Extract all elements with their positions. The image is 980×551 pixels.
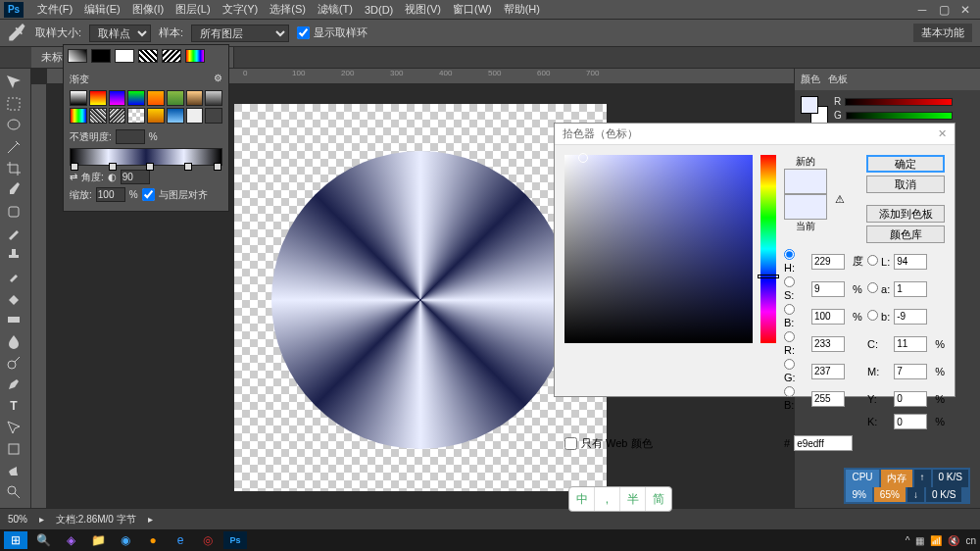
path-tool[interactable]: [2, 418, 25, 437]
tab-color[interactable]: 颜色: [801, 73, 820, 86]
s-input[interactable]: [811, 281, 845, 297]
m-input[interactable]: [894, 364, 927, 379]
visual-studio-icon[interactable]: ◈: [59, 531, 82, 549]
foreground-color-swatch[interactable]: [801, 96, 818, 114]
move-tool[interactable]: [2, 73, 25, 92]
gradient-preset[interactable]: [127, 90, 145, 106]
gradient-preset[interactable]: [89, 90, 107, 106]
b-input[interactable]: [811, 309, 845, 325]
angle-input[interactable]: [121, 170, 150, 184]
dialog-titlebar[interactable]: 拾色器（色标） ✕: [555, 124, 955, 145]
hand-tool[interactable]: [2, 461, 25, 480]
gradient-preset[interactable]: [127, 108, 145, 124]
menu-view[interactable]: 视图(V): [399, 2, 447, 17]
performance-widget[interactable]: CPU 内存 ↑ 0 K/S 9% 65% ↓ 0 K/S: [844, 468, 970, 504]
gradient-preset[interactable]: [167, 90, 184, 106]
h-input[interactable]: [811, 254, 845, 270]
eyedropper-icon[interactable]: [8, 24, 27, 43]
a-radio[interactable]: [867, 282, 878, 293]
tray-grid-icon[interactable]: ▦: [915, 535, 924, 546]
lab-b-radio[interactable]: [867, 310, 878, 321]
doc-info[interactable]: 文档:2.86M/0 字节: [56, 513, 136, 526]
l-radio[interactable]: [867, 255, 878, 266]
gradient-preset[interactable]: [167, 108, 184, 124]
tray-lang[interactable]: cn: [965, 535, 976, 546]
menu-window[interactable]: 窗口(W): [447, 2, 498, 17]
gradient-preset[interactable]: [70, 108, 87, 124]
gradient-swatch[interactable]: [115, 49, 134, 63]
minimize-icon[interactable]: ─: [915, 3, 929, 17]
panel-menu-icon[interactable]: ⚙: [214, 73, 222, 86]
eyedropper-tool[interactable]: [2, 180, 25, 200]
c-input[interactable]: [894, 336, 927, 352]
heal-tool[interactable]: [2, 202, 25, 222]
tab-swatches[interactable]: 色板: [828, 73, 848, 86]
gradient-preset[interactable]: [109, 90, 126, 106]
s-radio[interactable]: [784, 276, 795, 287]
menu-3d[interactable]: 3D(D): [359, 4, 399, 16]
ime-punct[interactable]: ,: [595, 487, 620, 511]
tray-network-icon[interactable]: 📶: [930, 535, 942, 546]
gradient-preset[interactable]: [89, 108, 107, 124]
maximize-icon[interactable]: ▢: [937, 3, 951, 17]
gradient-swatch[interactable]: [91, 49, 111, 63]
color-library-button[interactable]: 颜色库: [866, 225, 945, 243]
angle-dial-icon[interactable]: ◐: [108, 172, 117, 182]
hue-slider-cursor[interactable]: [758, 275, 779, 278]
blur-tool[interactable]: [2, 331, 25, 351]
align-checkbox[interactable]: [142, 188, 155, 201]
wand-tool[interactable]: [2, 137, 25, 157]
a-input[interactable]: [894, 281, 927, 297]
b-radio[interactable]: [784, 304, 795, 315]
gradient-pattern[interactable]: [138, 49, 158, 63]
r-radio[interactable]: [784, 331, 795, 342]
gradient-preset[interactable]: [205, 90, 222, 106]
g-input[interactable]: [811, 364, 845, 379]
g-radio[interactable]: [784, 359, 795, 370]
l-input[interactable]: [894, 254, 927, 270]
g-slider[interactable]: [846, 112, 953, 120]
web-only-checkbox[interactable]: [564, 437, 577, 450]
gradient-preset[interactable]: [147, 90, 165, 106]
opacity-input[interactable]: [116, 129, 145, 144]
y-input[interactable]: [894, 391, 927, 407]
zoom-level[interactable]: 50%: [8, 514, 27, 525]
app-icon[interactable]: ●: [141, 531, 165, 549]
menu-type[interactable]: 文字(Y): [217, 2, 265, 17]
ok-button[interactable]: 确定: [866, 155, 945, 173]
k-input[interactable]: [894, 414, 927, 429]
gradient-type-linear[interactable]: [68, 49, 87, 63]
gradient-preset[interactable]: [109, 108, 126, 124]
search-icon[interactable]: 🔍: [31, 531, 55, 549]
gradient-preset[interactable]: [186, 90, 204, 106]
explorer-icon[interactable]: 📁: [86, 531, 110, 549]
r-slider[interactable]: [845, 98, 953, 106]
gradient-tool[interactable]: [2, 310, 25, 329]
reverse-icon[interactable]: ⇄: [70, 172, 77, 182]
ime-simplified[interactable]: 简: [646, 487, 671, 511]
type-tool[interactable]: T: [2, 396, 25, 416]
gradient-preset[interactable]: [70, 90, 87, 106]
gradient-editor-bar[interactable]: [70, 148, 222, 166]
menu-image[interactable]: 图像(I): [126, 2, 170, 17]
brush-tool[interactable]: [2, 224, 25, 243]
start-icon[interactable]: ⊞: [4, 531, 27, 549]
gradient-pattern[interactable]: [162, 49, 181, 63]
workspace-badge[interactable]: 基本功能: [913, 24, 972, 42]
warning-icon[interactable]: ⚠: [835, 193, 845, 206]
zoom-tool[interactable]: [2, 482, 25, 502]
tray-volume-icon[interactable]: 🔇: [948, 535, 959, 546]
scale-input[interactable]: [96, 187, 125, 202]
show-ring-check[interactable]: 显示取样环: [297, 25, 368, 40]
crop-tool[interactable]: [2, 159, 25, 178]
gradient-preset[interactable]: [205, 108, 222, 124]
pen-tool[interactable]: [2, 375, 25, 394]
bv-radio[interactable]: [784, 386, 795, 397]
color-field[interactable]: [564, 155, 753, 343]
sample-select[interactable]: 所有图层: [191, 25, 289, 42]
gradient-spectrum[interactable]: [185, 49, 205, 63]
ime-chinese[interactable]: 中: [569, 487, 595, 511]
app-icon[interactable]: ◎: [196, 531, 220, 549]
menu-edit[interactable]: 编辑(E): [78, 2, 126, 17]
gradient-stop[interactable]: [71, 163, 78, 171]
